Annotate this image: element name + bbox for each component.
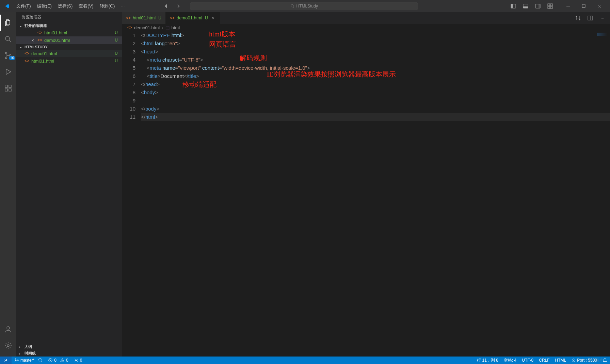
html-file-icon: <> <box>25 51 29 56</box>
svg-rect-4 <box>523 6 528 8</box>
svg-point-29 <box>76 360 77 361</box>
svg-point-14 <box>5 57 7 59</box>
command-center[interactable]: HTMLStudy <box>190 2 418 10</box>
svg-rect-8 <box>550 4 552 6</box>
workspace-section[interactable]: ⌄ HTMLSTUDY <box>16 44 122 50</box>
layout-sidebar-right-icon[interactable] <box>533 1 543 11</box>
activity-extensions[interactable] <box>0 80 16 96</box>
layout-panel-icon[interactable] <box>521 1 530 11</box>
svg-point-12 <box>5 36 10 40</box>
window-minimize-button[interactable] <box>560 0 576 12</box>
menu-bar: 文件(F) 编辑(E) 选择(S) 查看(V) 转到(G) ··· <box>14 2 127 11</box>
tab-demo01[interactable]: <> demo01.html U × <box>166 12 220 24</box>
svg-point-22 <box>576 16 577 17</box>
html-file-icon: <> <box>37 30 42 35</box>
eol-status[interactable]: CRLF <box>536 357 552 364</box>
more-actions-icon[interactable]: ··· <box>598 13 607 23</box>
svg-rect-9 <box>548 6 550 9</box>
ports-status[interactable]: 0 <box>71 357 85 364</box>
activity-bar: 16 <box>0 12 16 357</box>
timeline-section[interactable]: › 时间线 <box>16 350 122 357</box>
split-editor-icon[interactable] <box>585 13 595 23</box>
symbol-icon: ⬚ <box>165 25 170 30</box>
code-editor[interactable]: 1234567891011 <!DOCTYPE html> <html lang… <box>122 31 610 357</box>
svg-rect-6 <box>539 4 540 8</box>
indentation-status[interactable]: 空格: 4 <box>501 357 519 364</box>
svg-point-0 <box>291 4 293 7</box>
command-center-title: HTMLStudy <box>296 4 318 9</box>
close-icon[interactable]: × <box>210 15 215 20</box>
svg-rect-19 <box>9 85 11 87</box>
activity-search[interactable] <box>0 31 16 47</box>
activity-debug[interactable] <box>0 64 16 80</box>
svg-rect-18 <box>9 89 11 91</box>
outline-section[interactable]: › 大纲 <box>16 344 122 350</box>
customize-layout-icon[interactable] <box>545 1 555 11</box>
git-status-letter: U <box>115 30 118 35</box>
window-close-button[interactable] <box>592 0 607 12</box>
menu-goto[interactable]: 转到(G) <box>97 2 118 11</box>
remote-button[interactable] <box>0 357 12 364</box>
code-content[interactable]: <!DOCTYPE html> <html lang="en"> <head> … <box>141 31 610 357</box>
activity-explorer[interactable] <box>0 15 16 31</box>
line-gutter: 1234567891011 <box>122 31 141 357</box>
menu-select[interactable]: 选择(S) <box>55 2 75 11</box>
close-icon[interactable]: × <box>30 38 35 43</box>
vertical-scrollbar[interactable] <box>605 31 610 357</box>
file-item[interactable]: <> html01.html U <box>16 57 122 65</box>
svg-point-21 <box>7 345 9 347</box>
menu-edit[interactable]: 编辑(E) <box>34 2 54 11</box>
editor-group: <> html01.html U <> demo01.html U × ··· … <box>122 12 610 357</box>
svg-point-13 <box>5 52 7 54</box>
layout-sidebar-left-icon[interactable] <box>509 1 518 11</box>
watermark: CSDN @月晓水 <box>577 358 603 363</box>
vscode-icon <box>4 3 10 9</box>
activity-source-control[interactable]: 16 <box>0 47 16 64</box>
breadcrumb[interactable]: <> demo01.html › ⬚ html <box>122 24 610 31</box>
chevron-down-icon: ⌄ <box>19 45 23 49</box>
open-editors-section[interactable]: ⌄ 打开的编辑器 <box>16 22 122 29</box>
nav-arrows <box>161 1 183 11</box>
chevron-right-icon: › <box>19 351 23 355</box>
activity-settings[interactable] <box>0 337 16 354</box>
nav-forward-button[interactable] <box>174 1 183 11</box>
svg-point-25 <box>15 359 16 360</box>
window-maximize-button[interactable] <box>576 0 592 12</box>
svg-point-26 <box>15 361 16 362</box>
html-file-icon: <> <box>25 59 29 63</box>
html-file-icon: <> <box>126 16 131 20</box>
git-status-letter: U <box>115 51 118 56</box>
svg-rect-16 <box>5 85 7 87</box>
nav-back-button[interactable] <box>161 1 171 11</box>
menu-view[interactable]: 查看(V) <box>76 2 96 11</box>
explorer-sidebar: 资源管理器 ⌄ 打开的编辑器 × <> html01.html U × <> d… <box>16 12 122 357</box>
file-item[interactable]: <> demo01.html U <box>16 50 122 57</box>
html-file-icon: <> <box>127 25 132 30</box>
svg-rect-7 <box>548 4 550 6</box>
activity-accounts[interactable] <box>0 321 16 337</box>
svg-rect-2 <box>511 4 513 8</box>
chevron-right-icon: › <box>19 345 23 349</box>
menu-more[interactable]: ··· <box>118 2 127 11</box>
encoding-status[interactable]: UTF-8 <box>519 357 536 364</box>
html-file-icon: <> <box>170 16 175 20</box>
tab-html01[interactable]: <> html01.html U <box>122 12 166 24</box>
git-status-letter: U <box>115 59 118 63</box>
menu-file[interactable]: 文件(F) <box>14 2 34 11</box>
chevron-down-icon: ⌄ <box>19 23 23 28</box>
svg-point-20 <box>7 327 10 329</box>
svg-point-23 <box>579 19 580 20</box>
git-branch-status[interactable]: master* <box>12 357 45 364</box>
svg-rect-11 <box>582 4 585 7</box>
title-bar: 文件(F) 编辑(E) 选择(S) 查看(V) 转到(G) ··· HTMLSt… <box>0 0 610 12</box>
html-file-icon: <> <box>37 38 42 43</box>
editor-tabs: <> html01.html U <> demo01.html U × ··· <box>122 12 610 24</box>
sidebar-title: 资源管理器 <box>16 12 122 22</box>
open-editor-item[interactable]: × <> demo01.html U <box>16 36 122 44</box>
problems-status[interactable]: 0 0 <box>45 357 71 364</box>
language-status[interactable]: HTML <box>552 357 569 364</box>
open-editor-item[interactable]: × <> html01.html U <box>16 29 122 36</box>
compare-changes-icon[interactable] <box>573 13 583 23</box>
cursor-position-status[interactable]: 行 11，列 8 <box>474 357 501 364</box>
git-status-letter: U <box>115 38 118 43</box>
